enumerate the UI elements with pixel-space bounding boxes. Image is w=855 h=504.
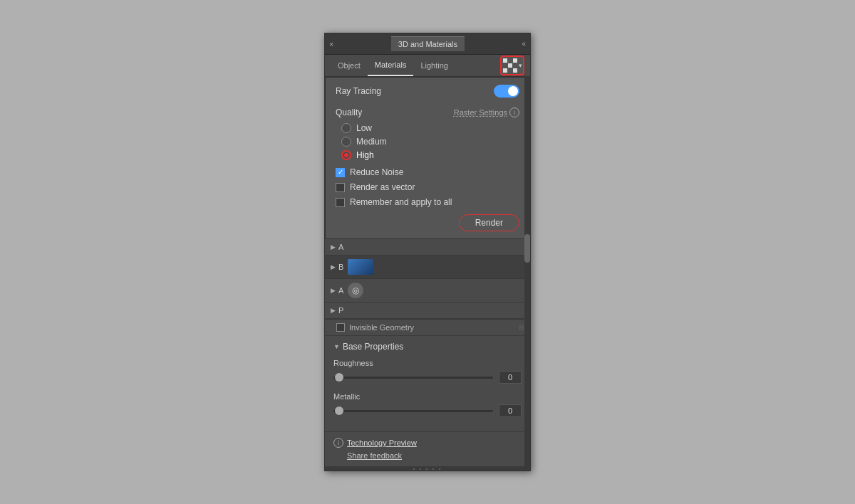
raster-settings-link[interactable]: Raster Settings bbox=[454, 108, 507, 117]
render-as-vector-checkbox[interactable] bbox=[336, 183, 345, 192]
render-settings-button[interactable]: ▾ bbox=[500, 56, 524, 75]
render-as-vector-row[interactable]: Render as vector bbox=[336, 182, 519, 192]
render-button[interactable]: Render bbox=[459, 214, 519, 231]
section-b[interactable]: ▶ B bbox=[325, 256, 530, 279]
metallic-slider-thumb[interactable] bbox=[335, 406, 343, 415]
roughness-slider-track[interactable] bbox=[333, 377, 493, 379]
radio-circle-medium bbox=[341, 137, 351, 147]
remember-checkbox[interactable] bbox=[336, 198, 345, 207]
ray-tracing-label: Ray Tracing bbox=[336, 86, 381, 96]
footer-area: i Technology Preview Share feedback bbox=[325, 431, 530, 466]
metallic-slider-row: 0 bbox=[333, 404, 522, 417]
invisible-geometry-label: Invisible Geometry bbox=[349, 323, 414, 332]
panel-title: 3D and Materials bbox=[391, 36, 465, 51]
chevron-down-icon: ▾ bbox=[519, 62, 522, 69]
radio-circle-high bbox=[341, 150, 351, 160]
render-icon bbox=[503, 58, 517, 73]
geom-icon: ⊞ bbox=[519, 324, 524, 331]
quality-low-label: Low bbox=[356, 123, 372, 133]
bottom-bar-dots: • • • • • bbox=[413, 466, 442, 472]
quality-label: Quality bbox=[336, 107, 362, 117]
invisible-geometry-checkbox[interactable] bbox=[336, 323, 345, 332]
section-a2-label: A bbox=[338, 286, 343, 295]
section-p[interactable]: ▶ P bbox=[325, 303, 530, 319]
quality-medium-radio[interactable]: Medium bbox=[341, 137, 519, 147]
render-as-vector-label: Render as vector bbox=[350, 182, 415, 192]
close-btn[interactable]: × bbox=[329, 40, 333, 48]
collapse-arrows-icon[interactable]: « bbox=[522, 40, 526, 48]
tab-lighting[interactable]: Lighting bbox=[413, 56, 455, 75]
triangle-icon-a2: ▶ bbox=[331, 287, 336, 294]
collapsed-sections: ▶ A ▶ B ▶ A ◎ ▶ P bbox=[325, 239, 530, 320]
triangle-icon-a: ▶ bbox=[331, 243, 336, 251]
section-a-label: A bbox=[338, 243, 343, 251]
quality-low-radio[interactable]: Low bbox=[341, 123, 519, 133]
base-props-triangle-icon: ▼ bbox=[333, 343, 340, 350]
radio-circle-low bbox=[341, 123, 351, 133]
metallic-label: Metallic bbox=[333, 392, 522, 401]
base-properties-section: ▼ Base Properties Roughness 0 Metallic 0 bbox=[325, 336, 530, 431]
section-a2[interactable]: ▶ A ◎ bbox=[325, 279, 530, 303]
base-properties-header[interactable]: ▼ Base Properties bbox=[333, 342, 522, 352]
share-feedback-link[interactable]: Share feedback bbox=[333, 451, 402, 460]
tech-preview-row: i Technology Preview bbox=[333, 438, 522, 448]
render-button-row: Render bbox=[336, 214, 519, 231]
quality-header: Quality Raster Settings i bbox=[336, 107, 519, 117]
tech-preview-link[interactable]: Technology Preview bbox=[347, 439, 417, 447]
quality-high-radio[interactable]: High bbox=[341, 150, 519, 160]
panel-bottom-bar: • • • • • bbox=[325, 466, 530, 471]
scrollbar-track bbox=[524, 76, 530, 471]
invisible-geometry-row[interactable]: Invisible Geometry ⊞ bbox=[325, 320, 530, 336]
quality-radio-group: Low Medium High bbox=[341, 123, 519, 160]
roughness-slider-row: 0 bbox=[333, 371, 522, 384]
metallic-slider-track[interactable] bbox=[333, 410, 493, 412]
tab-materials[interactable]: Materials bbox=[368, 55, 414, 76]
reduce-noise-label: Reduce Noise bbox=[350, 167, 403, 177]
triangle-icon-b: ▶ bbox=[331, 263, 336, 271]
quality-medium-label: Medium bbox=[356, 137, 387, 147]
raster-info-icon[interactable]: i bbox=[509, 107, 519, 117]
panel-body: ▶ A ▶ B ▶ A ◎ ▶ P bbox=[325, 239, 530, 431]
scrollbar-thumb[interactable] bbox=[524, 234, 530, 263]
reduce-noise-row[interactable]: Reduce Noise bbox=[336, 167, 519, 177]
section-a[interactable]: ▶ A bbox=[325, 239, 530, 256]
roughness-slider-thumb[interactable] bbox=[335, 373, 343, 382]
tab-bar: Object Materials Lighting ▾ bbox=[325, 55, 530, 77]
render-dropdown-popup: Ray Tracing Quality Raster Settings i Lo… bbox=[325, 77, 530, 239]
base-properties-title: Base Properties bbox=[343, 342, 403, 352]
metallic-value-input[interactable]: 0 bbox=[499, 404, 522, 417]
ray-tracing-toggle[interactable] bbox=[494, 85, 519, 98]
remember-label: Remember and apply to all bbox=[350, 197, 452, 207]
ray-tracing-row: Ray Tracing bbox=[336, 85, 519, 98]
reduce-noise-checkbox[interactable] bbox=[336, 168, 345, 177]
section-p-label: P bbox=[338, 306, 343, 315]
panel-titlebar: × 3D and Materials « bbox=[325, 33, 530, 55]
quality-high-label: High bbox=[356, 150, 374, 160]
tech-preview-info-icon[interactable]: i bbox=[333, 438, 343, 448]
roughness-label: Roughness bbox=[333, 359, 522, 367]
tab-object[interactable]: Object bbox=[331, 56, 368, 75]
triangle-icon-p: ▶ bbox=[331, 307, 336, 314]
section-b-label: B bbox=[338, 263, 343, 271]
roughness-value-input[interactable]: 0 bbox=[499, 371, 522, 384]
remember-row[interactable]: Remember and apply to all bbox=[336, 197, 519, 207]
